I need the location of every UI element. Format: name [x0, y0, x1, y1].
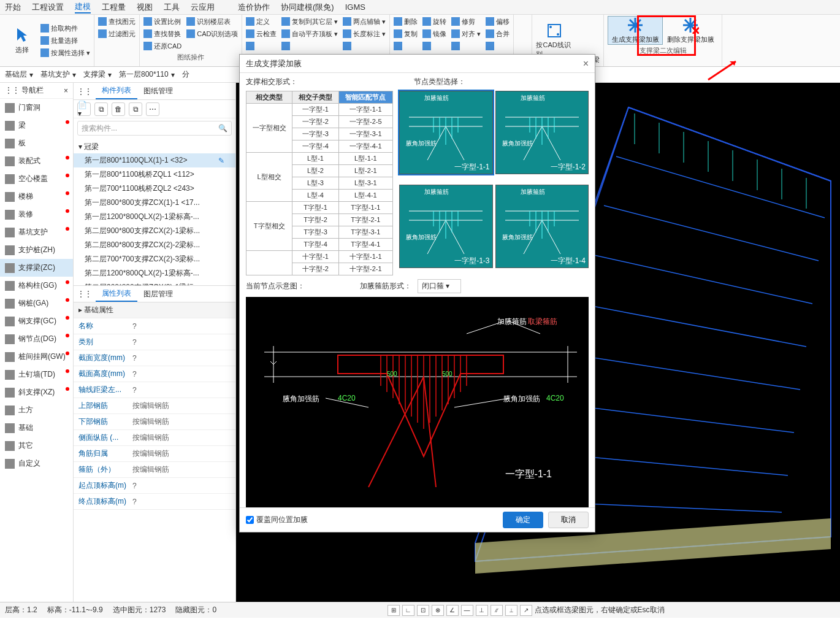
- nav-item[interactable]: 土钉墙(TD): [0, 366, 73, 383]
- nav-item[interactable]: 支撑梁(ZC): [0, 259, 73, 277]
- menu-item[interactable]: 工程量: [102, 2, 126, 13]
- menu-item[interactable]: 云应用: [191, 2, 215, 13]
- ribbon-btn[interactable]: 修剪: [451, 16, 481, 27]
- tab-component-list[interactable]: 构件列表: [96, 83, 137, 99]
- ribbon-btn[interactable]: 复制: [394, 28, 418, 39]
- new-button[interactable]: 📄▾: [77, 102, 91, 116]
- property-row[interactable]: 侧面纵筋 (...按编辑钢筋: [74, 430, 235, 446]
- menu-item[interactable]: 工程设置: [32, 2, 64, 13]
- property-row[interactable]: 上部钢筋按编辑钢筋: [74, 398, 235, 414]
- cancel-button[interactable]: 取消: [548, 512, 589, 528]
- delete-button[interactable]: 🗑: [112, 102, 125, 116]
- ribbon-btn[interactable]: 长度标注 ▾: [343, 28, 386, 39]
- ribbon-btn[interactable]: [246, 40, 277, 52]
- property-row[interactable]: 轴线距梁左...?: [74, 382, 235, 398]
- tab-properties[interactable]: 属性列表: [96, 286, 137, 302]
- close-button[interactable]: ×: [583, 58, 589, 69]
- ribbon-btn[interactable]: 云检查: [246, 28, 277, 39]
- nav-item[interactable]: 基坑支护: [0, 223, 73, 241]
- sb-tool[interactable]: ⊥: [476, 605, 488, 616]
- ok-button[interactable]: 确定: [503, 512, 543, 528]
- nav-item[interactable]: 钢桩(GA): [0, 294, 73, 312]
- sb-tool[interactable]: ∟: [402, 605, 414, 616]
- tree-group[interactable]: ▾ 冠梁: [74, 140, 235, 153]
- filter-floor[interactable]: 基础层 ▾: [5, 69, 33, 80]
- tree-item[interactable]: 第二层1200*800QLX(2)-1梁标高-...: [74, 266, 235, 280]
- ribbon-btn[interactable]: CAD识别选项: [186, 28, 238, 39]
- filter-extra[interactable]: 分: [182, 69, 189, 80]
- ribbon-btn[interactable]: 镜像: [422, 28, 446, 39]
- node-type-card[interactable]: 加腋箍筋腋角加强筋一字型-1-1: [399, 91, 493, 174]
- ribbon-btn[interactable]: 复制到其它层 ▾: [281, 16, 338, 27]
- ribbon-btn[interactable]: 识别楼层表: [186, 16, 238, 27]
- tree-item[interactable]: 第一层700*1100栈桥ZQL2 <243>: [74, 182, 235, 196]
- property-row[interactable]: 箍筋（外）按编辑钢筋: [74, 462, 235, 478]
- nav-item[interactable]: 格构柱(GG): [0, 277, 73, 294]
- ribbon-btn[interactable]: [422, 40, 446, 52]
- ribbon-btn[interactable]: 查找图元: [98, 16, 136, 27]
- nav-item[interactable]: 钢节点(DG): [0, 330, 73, 348]
- tree-item[interactable]: 第二层700*700支撑ZCX(2)-3梁标...: [74, 252, 235, 266]
- ribbon-btn[interactable]: 定义: [246, 16, 277, 27]
- nav-item[interactable]: 桩间挂网(GW): [0, 348, 73, 366]
- ribbon-btn[interactable]: 过滤图元: [98, 28, 136, 39]
- nav-item[interactable]: 自定义: [0, 455, 73, 472]
- property-row[interactable]: 角筋归属按编辑钢筋: [74, 446, 235, 462]
- menu-item[interactable]: 建模: [75, 1, 91, 13]
- menu-item[interactable]: 开始: [5, 2, 21, 13]
- nav-item[interactable]: 基础: [0, 419, 73, 437]
- ribbon-btn[interactable]: 旋转: [422, 16, 446, 27]
- filter-component[interactable]: 第一层800*110 ▾: [119, 69, 175, 80]
- nav-item[interactable]: 钢支撑(GC): [0, 312, 73, 330]
- more-button[interactable]: ⋯: [146, 102, 159, 116]
- node-type-card[interactable]: 加腋箍筋腋角加强筋一字型-1-4: [495, 185, 589, 268]
- node-type-card[interactable]: 加腋箍筋腋角加强筋一字型-1-3: [399, 185, 493, 268]
- tree-item[interactable]: 第一层800*1100栈桥ZQL1 <112>: [74, 167, 235, 182]
- tree-item[interactable]: 第一层800*800支撑ZCX(1)-1 <17...: [74, 196, 235, 210]
- ribbon-btn[interactable]: 拾取构件: [40, 23, 90, 34]
- nav-item[interactable]: 空心楼盖: [0, 170, 73, 188]
- ribbon-btn[interactable]: [281, 40, 338, 52]
- nav-item[interactable]: 土方: [0, 401, 73, 419]
- property-row[interactable]: 名称?: [74, 318, 235, 334]
- nav-item[interactable]: 梁: [0, 117, 73, 134]
- tab-drawing-mgmt[interactable]: 图纸管理: [137, 83, 179, 99]
- edit-icon[interactable]: ✎: [218, 156, 224, 165]
- menu-item[interactable]: IGMS: [345, 2, 365, 12]
- menu-item[interactable]: 协同建模(限免): [281, 2, 334, 13]
- sb-tool[interactable]: ⟂: [505, 605, 517, 616]
- search-input[interactable]: 搜索构件...🔍: [77, 121, 232, 136]
- ribbon-btn[interactable]: [343, 40, 386, 52]
- property-row[interactable]: 起点顶标高(m)?: [74, 478, 235, 494]
- nav-item[interactable]: 斜支撑(XZ): [0, 383, 73, 401]
- nav-item[interactable]: 支护桩(ZH): [0, 241, 73, 259]
- sb-tool[interactable]: ⊡: [417, 605, 429, 616]
- nav-item[interactable]: 其它: [0, 437, 73, 455]
- property-row[interactable]: 类别?: [74, 334, 235, 350]
- ribbon-btn[interactable]: 还原CAD: [143, 40, 181, 52]
- nav-item[interactable]: 装修: [0, 206, 73, 223]
- ribbon-btn[interactable]: 自动平齐顶板 ▾: [281, 28, 338, 39]
- menu-item[interactable]: 工具: [164, 2, 180, 13]
- ribbon-btn[interactable]: 对齐 ▾: [451, 28, 481, 39]
- filter-category[interactable]: 基坑支护 ▾: [40, 69, 76, 80]
- nav-item[interactable]: 门窗洞: [0, 99, 73, 117]
- rebar-form-select[interactable]: 闭口箍 ▾: [418, 279, 461, 293]
- ribbon-btn[interactable]: 按属性选择 ▾: [40, 47, 90, 58]
- node-type-card[interactable]: 加腋箍筋腋角加强筋一字型-1-2: [495, 91, 589, 174]
- menu-item[interactable]: 视图: [137, 2, 153, 13]
- prop-section-header[interactable]: ▸ 基础属性: [74, 302, 235, 318]
- sb-tool[interactable]: —: [461, 605, 473, 616]
- sb-tool[interactable]: ⊞: [388, 605, 400, 616]
- close-icon[interactable]: ×: [64, 87, 68, 95]
- property-row[interactable]: 终点顶标高(m)?: [74, 494, 235, 510]
- nav-item[interactable]: 楼梯: [0, 188, 73, 206]
- intersection-table[interactable]: 相交类型相交子类型智能匹配节点 一字型相交一字型-1一字型-1-1一字型-2一字…: [246, 91, 393, 275]
- sb-tool[interactable]: ∠: [446, 605, 459, 616]
- ribbon-btn[interactable]: 偏移: [486, 16, 510, 27]
- property-row[interactable]: 下部钢筋按编辑钢筋: [74, 414, 235, 430]
- layer-button[interactable]: ⧉: [129, 102, 142, 116]
- menu-item[interactable]: 造价协作: [238, 2, 270, 13]
- tree-item[interactable]: 第一层1200*800QLX(2)-1梁标高-...: [74, 210, 235, 224]
- property-row[interactable]: 截面高度(mm)?: [74, 366, 235, 382]
